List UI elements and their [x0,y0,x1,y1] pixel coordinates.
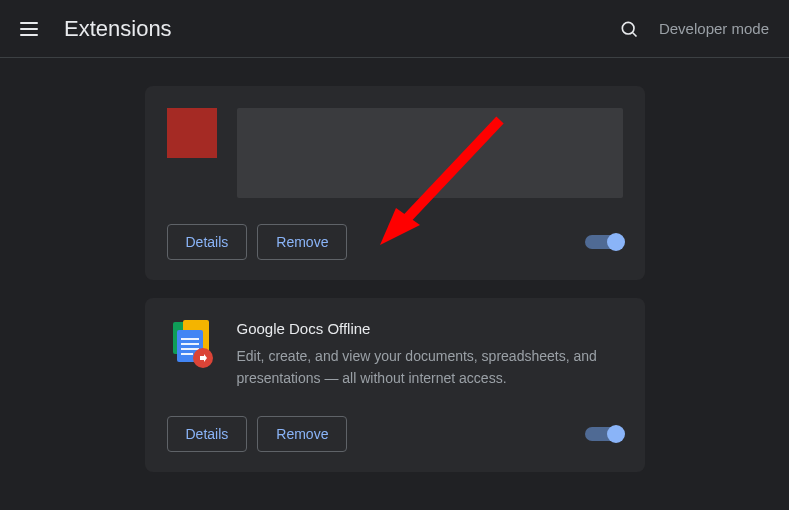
header-bar: Extensions Developer mode [0,0,789,58]
extension-icon [167,108,217,158]
enable-toggle[interactable] [585,234,623,250]
page-title: Extensions [64,16,172,42]
header-right: Developer mode [619,19,769,39]
svg-line-1 [633,32,637,36]
search-icon[interactable] [619,19,639,39]
remove-button[interactable]: Remove [257,416,347,452]
extension-title: Google Docs Offline [237,320,623,337]
details-button[interactable]: Details [167,224,248,260]
content: Details Remove [0,58,789,472]
card-top [167,108,623,198]
card-actions: Details Remove [167,416,623,452]
extension-card: Google Docs Offline Edit, create, and vi… [145,298,645,472]
menu-icon[interactable] [20,17,44,41]
extension-card: Details Remove [145,86,645,280]
card-top: Google Docs Offline Edit, create, and vi… [167,320,623,390]
extension-info: Google Docs Offline Edit, create, and vi… [237,320,623,390]
extension-icon [167,320,217,370]
remove-button[interactable]: Remove [257,224,347,260]
extension-info [237,108,623,198]
extension-placeholder [237,108,623,198]
svg-point-0 [622,22,634,34]
details-button[interactable]: Details [167,416,248,452]
developer-mode-label[interactable]: Developer mode [659,20,769,37]
enable-toggle[interactable] [585,426,623,442]
offline-badge-icon [193,348,213,368]
extension-description: Edit, create, and view your documents, s… [237,345,623,390]
card-actions: Details Remove [167,224,623,260]
